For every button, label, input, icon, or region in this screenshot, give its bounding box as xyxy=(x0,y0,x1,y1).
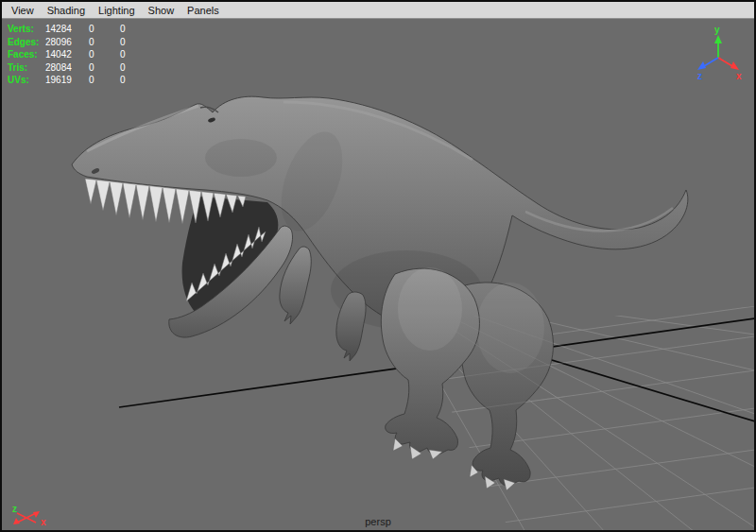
z-axis-arrowhead xyxy=(697,61,706,70)
hud-value: 0 xyxy=(89,48,120,61)
maya-viewport-window: View Shading Lighting Show Panels xyxy=(0,0,756,532)
hud-row-tris: Tris: 28084 0 0 xyxy=(8,61,151,75)
menu-shading[interactable]: Shading xyxy=(41,4,92,17)
hud-value: 28084 xyxy=(45,61,89,75)
hud-value: 0 xyxy=(89,36,120,49)
x-axis-label: x xyxy=(736,71,742,81)
hud-row-verts: Verts: 14284 0 0 xyxy=(8,23,151,36)
view-axis-gizmo[interactable]: y x z xyxy=(696,24,745,86)
hud-stats: Verts: 14284 0 0 Edges: 28096 0 0 Faces:… xyxy=(8,23,151,87)
menu-show[interactable]: Show xyxy=(142,4,181,17)
y-axis-label: y xyxy=(714,25,720,35)
hud-label: Tris: xyxy=(8,61,45,75)
hud-value: 14284 xyxy=(45,23,89,36)
hud-label: Verts: xyxy=(8,23,45,36)
y-axis-arrowhead xyxy=(714,35,722,43)
hud-label: UVs: xyxy=(8,74,45,87)
hud-label: Edges: xyxy=(8,36,45,49)
hud-value: 14042 xyxy=(45,48,89,61)
z-axis-arrow xyxy=(704,58,718,66)
near-thigh-highlight xyxy=(398,267,462,351)
menu-view[interactable]: View xyxy=(5,4,41,17)
foot-claw xyxy=(429,450,442,459)
hud-row-uvs: UVs: 19619 0 0 xyxy=(8,74,151,87)
x-axis-arrowhead xyxy=(730,61,739,70)
hud-value: 0 xyxy=(89,23,120,36)
hud-value: 0 xyxy=(120,23,151,36)
x-axis-arrow xyxy=(718,58,732,66)
hud-value: 0 xyxy=(120,48,151,61)
hud-value: 0 xyxy=(120,36,151,49)
hud-value: 0 xyxy=(120,61,151,75)
hud-value: 28096 xyxy=(45,36,89,49)
hud-value: 0 xyxy=(120,74,151,87)
hud-value: 0 xyxy=(89,74,120,87)
menu-lighting[interactable]: Lighting xyxy=(92,4,142,17)
hud-value: 19619 xyxy=(45,74,89,87)
trex-model[interactable] xyxy=(72,96,688,490)
menu-panels[interactable]: Panels xyxy=(180,4,226,17)
camera-name-label: persp xyxy=(2,516,754,527)
viewport-3d[interactable]: Verts: 14284 0 0 Edges: 28096 0 0 Faces:… xyxy=(2,19,754,530)
hud-label: Faces: xyxy=(8,48,45,61)
hud-value: 0 xyxy=(89,61,120,75)
cheek-shadow xyxy=(205,139,277,177)
hud-row-edges: Edges: 28096 0 0 xyxy=(8,36,151,49)
panel-menubar: View Shading Lighting Show Panels xyxy=(2,2,754,19)
hud-row-faces: Faces: 14042 0 0 xyxy=(8,48,151,61)
z-axis-label: z xyxy=(12,504,17,514)
scene-svg xyxy=(2,19,754,530)
z-axis-label: z xyxy=(697,71,702,81)
